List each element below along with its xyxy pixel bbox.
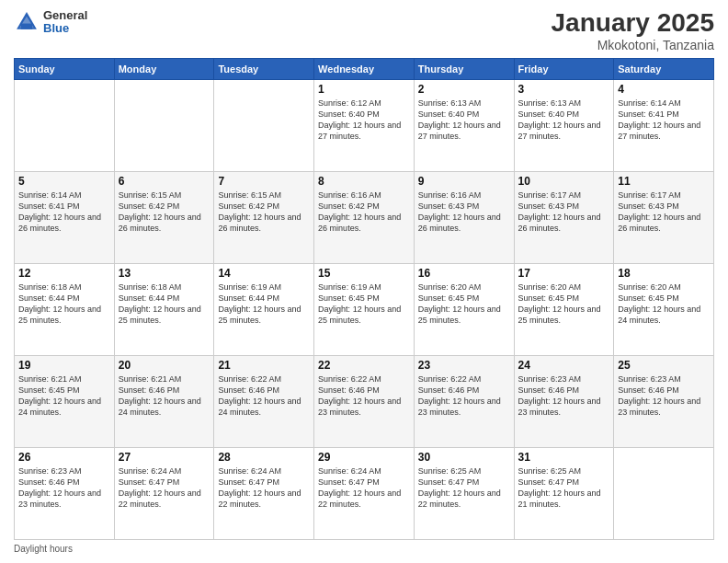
- calendar-week-row: 26Sunrise: 6:23 AM Sunset: 6:46 PM Dayli…: [15, 447, 714, 539]
- calendar-cell: 23Sunrise: 6:22 AM Sunset: 6:46 PM Dayli…: [414, 355, 514, 447]
- calendar-cell: 1Sunrise: 6:12 AM Sunset: 6:40 PM Daylig…: [314, 79, 415, 171]
- day-number: 16: [418, 267, 510, 280]
- calendar-cell: 31Sunrise: 6:25 AM Sunset: 6:47 PM Dayli…: [514, 447, 614, 539]
- calendar-header-row: SundayMondayTuesdayWednesdayThursdayFrid…: [15, 58, 714, 79]
- day-info: Sunrise: 6:23 AM Sunset: 6:46 PM Dayligh…: [18, 465, 110, 511]
- day-info: Sunrise: 6:24 AM Sunset: 6:47 PM Dayligh…: [218, 465, 310, 511]
- calendar-cell: 2Sunrise: 6:13 AM Sunset: 6:40 PM Daylig…: [414, 79, 514, 171]
- calendar-cell: 17Sunrise: 6:20 AM Sunset: 6:45 PM Dayli…: [514, 263, 614, 355]
- day-number: 24: [518, 359, 610, 372]
- day-number: 25: [618, 359, 710, 372]
- day-info: Sunrise: 6:16 AM Sunset: 6:43 PM Dayligh…: [418, 190, 510, 235]
- calendar-cell: 21Sunrise: 6:22 AM Sunset: 6:46 PM Dayli…: [214, 355, 314, 447]
- calendar-cell: 25Sunrise: 6:23 AM Sunset: 6:46 PM Dayli…: [614, 355, 714, 447]
- day-info: Sunrise: 6:20 AM Sunset: 6:45 PM Dayligh…: [518, 282, 610, 327]
- day-info: Sunrise: 6:18 AM Sunset: 6:44 PM Dayligh…: [119, 282, 210, 327]
- day-number: 1: [318, 83, 410, 96]
- day-number: 31: [518, 451, 610, 464]
- day-info: Sunrise: 6:17 AM Sunset: 6:43 PM Dayligh…: [618, 190, 710, 235]
- day-number: 30: [418, 451, 510, 464]
- calendar-cell: 28Sunrise: 6:24 AM Sunset: 6:47 PM Dayli…: [214, 447, 314, 539]
- day-info: Sunrise: 6:22 AM Sunset: 6:46 PM Dayligh…: [218, 373, 310, 419]
- day-number: 10: [518, 175, 610, 188]
- svg-rect-2: [21, 24, 32, 29]
- calendar-cell: [614, 447, 714, 539]
- day-number: 22: [318, 359, 410, 372]
- day-info: Sunrise: 6:14 AM Sunset: 6:41 PM Dayligh…: [618, 98, 710, 143]
- day-info: Sunrise: 6:23 AM Sunset: 6:46 PM Dayligh…: [618, 373, 710, 419]
- calendar-cell: 18Sunrise: 6:20 AM Sunset: 6:45 PM Dayli…: [614, 263, 714, 355]
- calendar-cell: 20Sunrise: 6:21 AM Sunset: 6:46 PM Dayli…: [114, 355, 214, 447]
- calendar-header-thursday: Thursday: [414, 58, 514, 79]
- calendar-cell: 7Sunrise: 6:15 AM Sunset: 6:42 PM Daylig…: [214, 171, 314, 263]
- calendar-table: SundayMondayTuesdayWednesdayThursdayFrid…: [14, 58, 714, 540]
- calendar-header-friday: Friday: [514, 58, 614, 79]
- calendar-header-tuesday: Tuesday: [214, 58, 314, 79]
- calendar-cell: [114, 79, 214, 171]
- day-info: Sunrise: 6:15 AM Sunset: 6:42 PM Dayligh…: [119, 190, 210, 235]
- calendar-cell: 19Sunrise: 6:21 AM Sunset: 6:45 PM Dayli…: [15, 355, 115, 447]
- day-number: 12: [18, 267, 110, 280]
- day-number: 20: [119, 359, 210, 372]
- calendar-cell: 13Sunrise: 6:18 AM Sunset: 6:44 PM Dayli…: [114, 263, 214, 355]
- logo-text: General Blue: [43, 9, 87, 36]
- calendar-cell: 30Sunrise: 6:25 AM Sunset: 6:47 PM Dayli…: [414, 447, 514, 539]
- day-number: 28: [218, 451, 310, 464]
- day-number: 9: [418, 175, 510, 188]
- calendar-cell: 8Sunrise: 6:16 AM Sunset: 6:42 PM Daylig…: [314, 171, 415, 263]
- calendar-cell: 15Sunrise: 6:19 AM Sunset: 6:45 PM Dayli…: [314, 263, 415, 355]
- day-number: 4: [618, 83, 710, 96]
- day-number: 19: [18, 359, 110, 372]
- calendar-cell: 11Sunrise: 6:17 AM Sunset: 6:43 PM Dayli…: [614, 171, 714, 263]
- calendar-header-sunday: Sunday: [15, 58, 115, 79]
- logo-icon: [14, 9, 40, 35]
- day-number: 15: [318, 267, 410, 280]
- day-number: 14: [218, 267, 310, 280]
- day-number: 13: [119, 267, 210, 280]
- day-info: Sunrise: 6:20 AM Sunset: 6:45 PM Dayligh…: [418, 282, 510, 327]
- day-number: 26: [18, 451, 110, 464]
- day-number: 29: [318, 451, 410, 464]
- day-info: Sunrise: 6:24 AM Sunset: 6:47 PM Dayligh…: [318, 465, 410, 511]
- calendar-cell: 6Sunrise: 6:15 AM Sunset: 6:42 PM Daylig…: [114, 171, 214, 263]
- day-number: 7: [218, 175, 310, 188]
- calendar-header-wednesday: Wednesday: [314, 58, 415, 79]
- day-number: 21: [218, 359, 310, 372]
- day-info: Sunrise: 6:17 AM Sunset: 6:43 PM Dayligh…: [518, 190, 610, 235]
- logo-general-text: General: [43, 9, 87, 22]
- calendar-week-row: 5Sunrise: 6:14 AM Sunset: 6:41 PM Daylig…: [15, 171, 714, 263]
- title-section: January 2025 Mkokotoni, Tanzania: [552, 9, 714, 52]
- day-number: 2: [418, 83, 510, 96]
- day-number: 23: [418, 359, 510, 372]
- footer: Daylight hours: [14, 544, 714, 554]
- day-info: Sunrise: 6:25 AM Sunset: 6:47 PM Dayligh…: [418, 465, 510, 511]
- calendar-cell: [15, 79, 115, 171]
- calendar-cell: 27Sunrise: 6:24 AM Sunset: 6:47 PM Dayli…: [114, 447, 214, 539]
- calendar-cell: 22Sunrise: 6:22 AM Sunset: 6:46 PM Dayli…: [314, 355, 415, 447]
- day-number: 6: [119, 175, 210, 188]
- day-number: 8: [318, 175, 410, 188]
- calendar-cell: 16Sunrise: 6:20 AM Sunset: 6:45 PM Dayli…: [414, 263, 514, 355]
- day-info: Sunrise: 6:19 AM Sunset: 6:45 PM Dayligh…: [318, 282, 410, 327]
- day-number: 11: [618, 175, 710, 188]
- calendar-cell: 10Sunrise: 6:17 AM Sunset: 6:43 PM Dayli…: [514, 171, 614, 263]
- logo-blue-text: Blue: [43, 22, 87, 35]
- calendar-cell: [214, 79, 314, 171]
- day-info: Sunrise: 6:19 AM Sunset: 6:44 PM Dayligh…: [218, 282, 310, 327]
- day-info: Sunrise: 6:13 AM Sunset: 6:40 PM Dayligh…: [518, 98, 610, 143]
- calendar-cell: 4Sunrise: 6:14 AM Sunset: 6:41 PM Daylig…: [614, 79, 714, 171]
- day-info: Sunrise: 6:25 AM Sunset: 6:47 PM Dayligh…: [518, 465, 610, 511]
- calendar-header-saturday: Saturday: [614, 58, 714, 79]
- calendar-cell: 12Sunrise: 6:18 AM Sunset: 6:44 PM Dayli…: [15, 263, 115, 355]
- calendar-cell: 14Sunrise: 6:19 AM Sunset: 6:44 PM Dayli…: [214, 263, 314, 355]
- location: Mkokotoni, Tanzania: [552, 38, 714, 52]
- day-info: Sunrise: 6:23 AM Sunset: 6:46 PM Dayligh…: [518, 373, 610, 419]
- calendar-week-row: 12Sunrise: 6:18 AM Sunset: 6:44 PM Dayli…: [15, 263, 714, 355]
- day-info: Sunrise: 6:13 AM Sunset: 6:40 PM Dayligh…: [418, 98, 510, 143]
- day-info: Sunrise: 6:14 AM Sunset: 6:41 PM Dayligh…: [18, 190, 110, 235]
- day-info: Sunrise: 6:16 AM Sunset: 6:42 PM Dayligh…: [318, 190, 410, 235]
- calendar-cell: 26Sunrise: 6:23 AM Sunset: 6:46 PM Dayli…: [15, 447, 115, 539]
- day-info: Sunrise: 6:24 AM Sunset: 6:47 PM Dayligh…: [119, 465, 210, 511]
- day-info: Sunrise: 6:18 AM Sunset: 6:44 PM Dayligh…: [18, 282, 110, 327]
- calendar-cell: 5Sunrise: 6:14 AM Sunset: 6:41 PM Daylig…: [15, 171, 115, 263]
